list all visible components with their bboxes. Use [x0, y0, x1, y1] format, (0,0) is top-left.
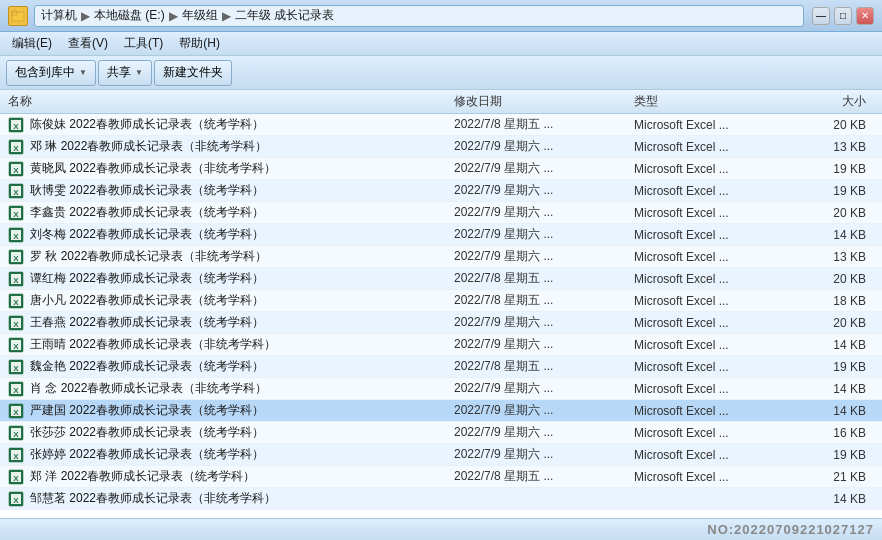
svg-text:X: X — [13, 452, 19, 461]
svg-text:X: X — [13, 122, 19, 131]
file-type: Microsoft Excel ... — [634, 404, 794, 418]
table-row[interactable]: X 严建国 2022春教师成长记录表（统考学科）2022/7/9 星期六 ...… — [0, 400, 882, 422]
table-row[interactable]: X 李鑫贵 2022春教师成长记录表（统考学科）2022/7/9 星期六 ...… — [0, 202, 882, 224]
file-size: 19 KB — [794, 448, 874, 462]
file-date: 2022/7/9 星期六 ... — [454, 160, 634, 177]
table-row[interactable]: X 刘冬梅 2022春教师成长记录表（统考学科）2022/7/9 星期六 ...… — [0, 224, 882, 246]
file-name: 刘冬梅 2022春教师成长记录表（统考学科） — [30, 226, 454, 243]
file-size: 16 KB — [794, 426, 874, 440]
table-row[interactable]: X 张婷婷 2022春教师成长记录表（统考学科）2022/7/9 星期六 ...… — [0, 444, 882, 466]
table-row[interactable]: X 王雨晴 2022春教师成长记录表（非统考学科）2022/7/9 星期六 ..… — [0, 334, 882, 356]
file-type: Microsoft Excel ... — [634, 426, 794, 440]
minimize-button[interactable]: — — [812, 7, 830, 25]
file-name: 邹慧茗 2022春教师成长记录表（非统考学科） — [30, 490, 454, 507]
file-date: 2022/7/9 星期六 ... — [454, 248, 634, 265]
title-bar: 计算机 ▶ 本地磁盘 (E:) ▶ 年级组 ▶ 二年级 成长记录表 — □ ✕ — [0, 0, 882, 32]
file-date: 2022/7/9 星期六 ... — [454, 380, 634, 397]
file-name: 耿博雯 2022春教师成长记录表（统考学科） — [30, 182, 454, 199]
file-icon: X — [8, 249, 26, 265]
table-row[interactable]: X 罗 秋 2022春教师成长记录表（非统考学科）2022/7/9 星期六 ..… — [0, 246, 882, 268]
file-icon: X — [8, 205, 26, 221]
table-row[interactable]: X 谭红梅 2022春教师成长记录表（统考学科）2022/7/8 星期五 ...… — [0, 268, 882, 290]
dropdown-arrow-icon: ▼ — [135, 68, 143, 77]
file-icon: X — [8, 337, 26, 353]
file-type: Microsoft Excel ... — [634, 360, 794, 374]
file-size: 14 KB — [794, 492, 874, 506]
file-size: 19 KB — [794, 360, 874, 374]
col-header-type[interactable]: 类型 — [634, 93, 794, 110]
table-row[interactable]: X 郑 洋 2022春教师成长记录表（统考学科）2022/7/8 星期五 ...… — [0, 466, 882, 488]
svg-rect-1 — [12, 12, 17, 15]
include-library-button[interactable]: 包含到库中 ▼ — [6, 60, 96, 86]
col-header-size[interactable]: 大小 — [794, 93, 874, 110]
file-icon: X — [8, 161, 26, 177]
file-icon: X — [8, 271, 26, 287]
file-size: 20 KB — [794, 272, 874, 286]
svg-text:X: X — [13, 496, 19, 505]
table-row[interactable]: X 邹慧茗 2022春教师成长记录表（非统考学科）14 KB — [0, 488, 882, 510]
file-size: 20 KB — [794, 118, 874, 132]
file-name: 谭红梅 2022春教师成长记录表（统考学科） — [30, 270, 454, 287]
svg-text:X: X — [13, 386, 19, 395]
col-header-name[interactable]: 名称 — [8, 93, 454, 110]
table-row[interactable]: X 黄晓凤 2022春教师成长记录表（非统考学科）2022/7/9 星期六 ..… — [0, 158, 882, 180]
file-type: Microsoft Excel ... — [634, 272, 794, 286]
new-folder-button[interactable]: 新建文件夹 — [154, 60, 232, 86]
svg-text:X: X — [13, 430, 19, 439]
table-row[interactable]: X 王春燕 2022春教师成长记录表（统考学科）2022/7/9 星期六 ...… — [0, 312, 882, 334]
file-icon: X — [8, 469, 26, 485]
file-icon: X — [8, 447, 26, 463]
file-type: Microsoft Excel ... — [634, 470, 794, 484]
file-size: 19 KB — [794, 184, 874, 198]
file-icon: X — [8, 315, 26, 331]
file-type: Microsoft Excel ... — [634, 382, 794, 396]
menu-view[interactable]: 查看(V) — [60, 33, 116, 54]
file-icon: X — [8, 359, 26, 375]
breadcrumb[interactable]: 计算机 ▶ 本地磁盘 (E:) ▶ 年级组 ▶ 二年级 成长记录表 — [34, 5, 804, 27]
file-type: Microsoft Excel ... — [634, 338, 794, 352]
table-row[interactable]: X 邓 琳 2022春教师成长记录表（非统考学科）2022/7/9 星期六 ..… — [0, 136, 882, 158]
file-type: Microsoft Excel ... — [634, 162, 794, 176]
file-name: 张婷婷 2022春教师成长记录表（统考学科） — [30, 446, 454, 463]
maximize-button[interactable]: □ — [834, 7, 852, 25]
close-button[interactable]: ✕ — [856, 7, 874, 25]
share-button[interactable]: 共享 ▼ — [98, 60, 152, 86]
file-date: 2022/7/9 星期六 ... — [454, 182, 634, 199]
file-name: 邓 琳 2022春教师成长记录表（非统考学科） — [30, 138, 454, 155]
svg-text:X: X — [13, 342, 19, 351]
svg-text:X: X — [13, 276, 19, 285]
file-size: 19 KB — [794, 162, 874, 176]
file-size: 14 KB — [794, 404, 874, 418]
file-size: 20 KB — [794, 206, 874, 220]
table-row[interactable]: X 陈俊妹 2022春教师成长记录表（统考学科）2022/7/8 星期五 ...… — [0, 114, 882, 136]
file-size: 13 KB — [794, 250, 874, 264]
file-type: Microsoft Excel ... — [634, 250, 794, 264]
window-controls: — □ ✕ — [812, 7, 874, 25]
breadcrumb-part: 二年级 成长记录表 — [235, 7, 334, 24]
breadcrumb-part: 年级组 — [182, 7, 218, 24]
menu-tools[interactable]: 工具(T) — [116, 33, 171, 54]
table-row[interactable]: X 魏金艳 2022春教师成长记录表（统考学科）2022/7/8 星期五 ...… — [0, 356, 882, 378]
menu-help[interactable]: 帮助(H) — [171, 33, 228, 54]
col-header-date[interactable]: 修改日期 — [454, 93, 634, 110]
breadcrumb-part: 本地磁盘 (E:) — [94, 7, 165, 24]
table-row[interactable]: X 肖 念 2022春教师成长记录表（非统考学科）2022/7/9 星期六 ..… — [0, 378, 882, 400]
status-bar: NO:20220709221027127 — [0, 518, 882, 540]
breadcrumb-sep: ▶ — [81, 9, 90, 23]
file-name: 王雨晴 2022春教师成长记录表（非统考学科） — [30, 336, 454, 353]
svg-text:X: X — [13, 408, 19, 417]
table-row[interactable]: X 唐小凡 2022春教师成长记录表（统考学科）2022/7/8 星期五 ...… — [0, 290, 882, 312]
menu-edit[interactable]: 编辑(E) — [4, 33, 60, 54]
file-type: Microsoft Excel ... — [634, 448, 794, 462]
column-header: 名称 修改日期 类型 大小 — [0, 90, 882, 114]
watermark: NO:20220709221027127 — [707, 522, 874, 537]
toolbar: 包含到库中 ▼ 共享 ▼ 新建文件夹 — [0, 56, 882, 90]
svg-text:X: X — [13, 144, 19, 153]
file-size: 14 KB — [794, 338, 874, 352]
file-name: 张莎莎 2022春教师成长记录表（统考学科） — [30, 424, 454, 441]
table-row[interactable]: X 张莎莎 2022春教师成长记录表（统考学科）2022/7/9 星期六 ...… — [0, 422, 882, 444]
table-row[interactable]: X 耿博雯 2022春教师成长记录表（统考学科）2022/7/9 星期六 ...… — [0, 180, 882, 202]
file-icon: X — [8, 227, 26, 243]
file-icon: X — [8, 403, 26, 419]
file-size: 21 KB — [794, 470, 874, 484]
